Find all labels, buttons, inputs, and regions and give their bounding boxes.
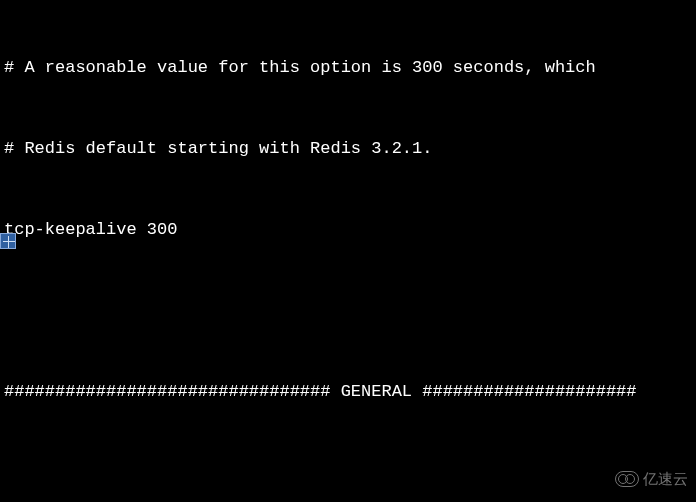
watermark: 亿速云 xyxy=(615,465,688,492)
config-line: # Redis default starting with Redis 3.2.… xyxy=(0,135,696,162)
gutter-mark-icon xyxy=(0,233,16,249)
watermark-text: 亿速云 xyxy=(643,465,688,492)
config-line: tcp-keepalive 300 xyxy=(0,216,696,243)
config-line xyxy=(0,459,696,486)
terminal-viewport[interactable]: # A reasonable value for this option is … xyxy=(0,0,696,502)
config-line: # A reasonable value for this option is … xyxy=(0,54,696,81)
config-line: ################################ GENERAL… xyxy=(0,378,696,405)
watermark-icon xyxy=(615,471,639,487)
config-line xyxy=(0,297,696,324)
